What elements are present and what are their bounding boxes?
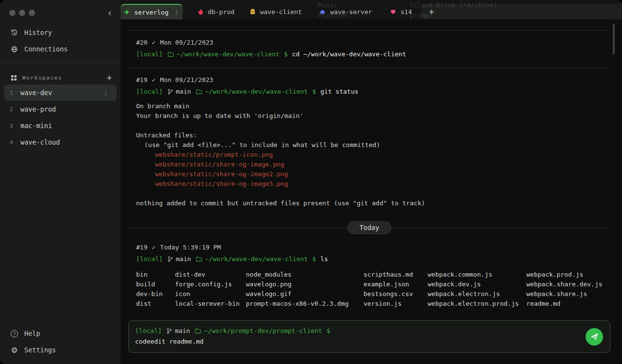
file-name: webpack.dev.js [428, 280, 526, 289]
file-name: webpack.share.dev.js [526, 280, 603, 289]
file-name: example.json [363, 280, 428, 289]
file-name: webpack.electron.js [428, 289, 526, 299]
file-name: dist-dev [175, 270, 246, 280]
tab-db-prod[interactable]: db-prod [191, 4, 240, 19]
command-text: cd ~/work/wave-dev/wave-client [292, 50, 406, 59]
file-name: wavelogo.png [246, 280, 363, 289]
workspaces-header: Workspaces + [11, 71, 115, 84]
ghost-text: iCloud Drive [*Archive] [410, 1, 497, 9]
untracked-file: webshare/static/share-og-image3.png [136, 179, 610, 189]
minimize-window-button[interactable] [19, 10, 25, 16]
entry-header: #19 ✓ Mon 09/21/2023 [136, 75, 610, 85]
input-prompt-line: [local] main ~/work/prompt-dev/prompt-cl… [135, 326, 581, 336]
ls-output: bin build dev-bin dist dist-dev forge.co… [136, 270, 610, 309]
workspace-name: mac-mini [20, 122, 111, 130]
command-input[interactable]: [local] main ~/work/prompt-dev/prompt-cl… [128, 320, 610, 353]
sidebar-nav: History Connections [0, 24, 121, 57]
folder-icon [195, 88, 203, 95]
output-line: nothing added to commit but untracked fi… [136, 199, 610, 208]
file-name: bin [136, 270, 175, 280]
workspace-item-wave-prod[interactable]: 2 wave-prod [4, 101, 117, 117]
sidebar-item-label: Help [24, 330, 40, 337]
file-name: build [136, 280, 175, 289]
workspaces-grid-icon [11, 75, 17, 81]
today-pill: Today [347, 221, 392, 234]
workspace-index: 4 [10, 139, 20, 146]
tab-serverlog[interactable]: serverlog ⋮ [121, 4, 183, 19]
sidebar-item-connections[interactable]: Connections [0, 41, 121, 57]
collapse-sidebar-button[interactable]: ‹ [107, 8, 113, 17]
command-text: git status [320, 87, 358, 97]
file-name: icon [175, 289, 246, 299]
close-window-button[interactable] [9, 10, 16, 16]
sidebar-item-settings[interactable]: ⚙ Settings [0, 342, 121, 358]
remote-label: [local] [136, 50, 163, 59]
command-text: ls [320, 254, 328, 264]
command-output: On branch main Your branch is up to date… [136, 101, 610, 208]
file-name: webpack.prod.js [526, 270, 603, 280]
git-branch-name: main [176, 254, 191, 264]
run-command-button[interactable] [586, 328, 603, 346]
workspace-name: wave-prod [20, 105, 111, 113]
workspace-menu-icon[interactable]: ⋮ [101, 89, 111, 97]
file-name: dev-bin [136, 289, 175, 299]
tab-wave-client[interactable]: wave-client [246, 4, 305, 19]
sidebar: ‹ History Connections [0, 0, 121, 364]
scrollbar-thumb[interactable] [613, 23, 615, 54]
file-name: wavelogo.gif [246, 289, 363, 299]
maximize-window-button[interactable] [29, 10, 35, 16]
git-branch-name: main [176, 87, 191, 97]
cwd-path: ~/work/prompt-dev/prompt-client [204, 326, 322, 336]
file-name: webpack.share.js [526, 289, 603, 299]
entry-date: Mon 09/21/2023 [160, 75, 213, 85]
blob-icon [390, 8, 397, 15]
entry-separator [128, 30, 610, 31]
git-branch-icon [167, 88, 173, 95]
help-icon: ? [11, 330, 18, 337]
entry-number: #19 [136, 243, 147, 252]
tab-menu-icon[interactable]: ⋮ [173, 9, 180, 16]
output-line [136, 189, 610, 199]
prompt-dollar: $ [312, 87, 316, 97]
check-icon: ✓ [152, 243, 156, 252]
workspace-name: wave-dev [20, 89, 101, 97]
prompt-dollar: $ [284, 50, 288, 59]
tab-label: serverlog [134, 9, 168, 16]
tab-s14[interactable]: s14 [385, 4, 417, 19]
remote-label: [local] [136, 87, 163, 97]
main-area: Music iCloud Drive [*Archive] Pictures p… [121, 0, 622, 364]
tab-label: wave-server [330, 8, 372, 16]
tab-bar: Music iCloud Drive [*Archive] Pictures p… [121, 0, 622, 19]
workspace-item-wave-cloud[interactable]: 4 wave-cloud [4, 134, 117, 150]
sidebar-item-label: Settings [24, 346, 56, 354]
untracked-file: webshare/static/share-og-image.png [136, 160, 610, 169]
flame-icon [197, 8, 204, 15]
window-controls [9, 10, 35, 16]
workspace-item-wave-dev[interactable]: 1 wave-dev ⋮ [4, 84, 117, 101]
sidebar-footer: ? Help ⚙ Settings [0, 325, 121, 358]
untracked-file: webshare/static/prompt-icon.png [136, 150, 610, 160]
input-command-text[interactable]: codeedit readme.md [135, 337, 581, 347]
workspace-item-mac-mini[interactable]: 3 mac-mini [4, 117, 117, 134]
check-icon: ✓ [152, 38, 156, 48]
git-branch-icon [166, 328, 173, 334]
cwd-path: ~/work/wave-dev/wave-client [205, 87, 308, 97]
globe-icon [11, 46, 18, 53]
file-name: forge.config.js [175, 280, 246, 289]
new-tab-button[interactable]: + [425, 4, 438, 19]
workspace-name: wave-cloud [20, 138, 111, 146]
sidebar-item-help[interactable]: ? Help [0, 325, 121, 342]
sidebar-divider [0, 62, 121, 63]
check-icon: ✓ [152, 75, 156, 85]
folder-icon [195, 256, 203, 263]
entry-header: #20 ✓ Mon 09/21/2023 [136, 38, 610, 48]
app-window: ‹ History Connections [0, 0, 622, 364]
tab-wave-server[interactable]: wave-server [315, 4, 376, 19]
sidebar-item-history[interactable]: History [0, 24, 121, 41]
terminal-scrollback[interactable]: #20 ✓ Mon 09/21/2023 [local] ~/work/wave… [121, 19, 622, 317]
remote-label: [local] [135, 326, 162, 336]
cwd-path: ~/work/wave-dev/wave-client [177, 50, 279, 59]
add-workspace-button[interactable]: + [104, 73, 115, 83]
output-line: Untracked files: [136, 131, 610, 140]
cwd-path: ~/work/wave-dev/wave-client [205, 254, 308, 264]
